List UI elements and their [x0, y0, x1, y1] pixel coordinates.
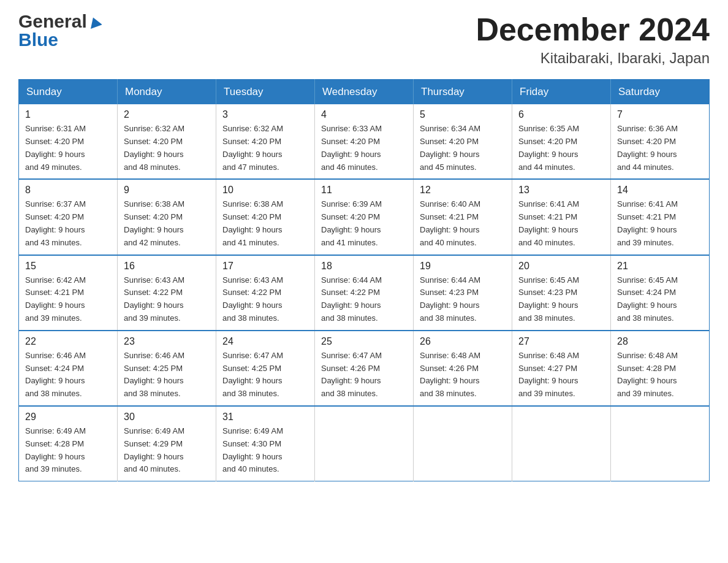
calendar-cell: 22Sunrise: 6:46 AMSunset: 4:24 PMDayligh…: [19, 331, 118, 406]
calendar-header-row: SundayMondayTuesdayWednesdayThursdayFrid…: [19, 80, 710, 105]
calendar-cell: 19Sunrise: 6:44 AMSunset: 4:23 PMDayligh…: [414, 255, 512, 331]
calendar-cell: 13Sunrise: 6:41 AMSunset: 4:21 PMDayligh…: [512, 179, 611, 255]
calendar-cell: 6Sunrise: 6:35 AMSunset: 4:20 PMDaylight…: [512, 104, 611, 179]
calendar-cell: 25Sunrise: 6:47 AMSunset: 4:26 PMDayligh…: [315, 331, 414, 406]
day-number: 1: [25, 109, 111, 120]
col-header-tuesday: Tuesday: [216, 80, 315, 105]
calendar-cell: 2Sunrise: 6:32 AMSunset: 4:20 PMDaylight…: [118, 104, 216, 179]
day-number: 17: [222, 261, 308, 272]
calendar-cell: [414, 406, 512, 481]
day-info: Sunrise: 6:40 AMSunset: 4:21 PMDaylight:…: [420, 198, 506, 249]
day-info: Sunrise: 6:47 AMSunset: 4:25 PMDaylight:…: [222, 350, 308, 400]
day-number: 6: [518, 109, 604, 120]
col-header-sunday: Sunday: [19, 80, 118, 105]
day-info: Sunrise: 6:44 AMSunset: 4:23 PMDaylight:…: [420, 274, 506, 325]
day-info: Sunrise: 6:45 AMSunset: 4:23 PMDaylight:…: [518, 274, 604, 325]
day-info: Sunrise: 6:48 AMSunset: 4:27 PMDaylight:…: [518, 350, 604, 400]
day-number: 26: [420, 336, 506, 347]
day-info: Sunrise: 6:35 AMSunset: 4:20 PMDaylight:…: [518, 123, 604, 174]
page-title: December 2024: [476, 12, 710, 47]
page-header: General Blue December 2024 Kitaibaraki, …: [18, 12, 710, 67]
calendar-cell: 5Sunrise: 6:34 AMSunset: 4:20 PMDaylight…: [414, 104, 512, 179]
day-number: 27: [518, 336, 604, 347]
day-info: Sunrise: 6:46 AMSunset: 4:25 PMDaylight:…: [124, 350, 210, 400]
day-info: Sunrise: 6:32 AMSunset: 4:20 PMDaylight:…: [222, 123, 308, 174]
day-info: Sunrise: 6:41 AMSunset: 4:21 PMDaylight:…: [518, 198, 604, 249]
day-number: 7: [617, 109, 703, 120]
day-info: Sunrise: 6:38 AMSunset: 4:20 PMDaylight:…: [222, 198, 308, 249]
calendar-week-row: 29Sunrise: 6:49 AMSunset: 4:28 PMDayligh…: [19, 406, 710, 481]
calendar-cell: 9Sunrise: 6:38 AMSunset: 4:20 PMDaylight…: [118, 179, 216, 255]
calendar-cell: 8Sunrise: 6:37 AMSunset: 4:20 PMDaylight…: [19, 179, 118, 255]
calendar-cell: 24Sunrise: 6:47 AMSunset: 4:25 PMDayligh…: [216, 331, 315, 406]
calendar-cell: 31Sunrise: 6:49 AMSunset: 4:30 PMDayligh…: [216, 406, 315, 481]
col-header-friday: Friday: [512, 80, 611, 105]
day-number: 21: [617, 261, 703, 272]
day-info: Sunrise: 6:45 AMSunset: 4:24 PMDaylight:…: [617, 274, 703, 325]
day-number: 12: [420, 185, 506, 196]
day-number: 14: [617, 185, 703, 196]
title-block: December 2024 Kitaibaraki, Ibaraki, Japa…: [476, 12, 710, 67]
calendar-week-row: 8Sunrise: 6:37 AMSunset: 4:20 PMDaylight…: [19, 179, 710, 255]
calendar-cell: 7Sunrise: 6:36 AMSunset: 4:20 PMDaylight…: [611, 104, 710, 179]
calendar-cell: 3Sunrise: 6:32 AMSunset: 4:20 PMDaylight…: [216, 104, 315, 179]
day-number: 2: [124, 109, 210, 120]
day-number: 15: [25, 261, 111, 272]
calendar-cell: 18Sunrise: 6:44 AMSunset: 4:22 PMDayligh…: [315, 255, 414, 331]
day-number: 8: [25, 185, 111, 196]
page-subtitle: Kitaibaraki, Ibaraki, Japan: [476, 50, 710, 67]
col-header-saturday: Saturday: [611, 80, 710, 105]
day-info: Sunrise: 6:49 AMSunset: 4:28 PMDaylight:…: [25, 425, 111, 476]
day-info: Sunrise: 6:48 AMSunset: 4:28 PMDaylight:…: [617, 350, 703, 400]
day-number: 31: [222, 412, 308, 423]
day-info: Sunrise: 6:33 AMSunset: 4:20 PMDaylight:…: [321, 123, 407, 174]
day-number: 13: [518, 185, 604, 196]
day-info: Sunrise: 6:38 AMSunset: 4:20 PMDaylight:…: [124, 198, 210, 249]
logo: General Blue: [18, 12, 102, 49]
day-number: 18: [321, 261, 407, 272]
calendar-week-row: 22Sunrise: 6:46 AMSunset: 4:24 PMDayligh…: [19, 331, 710, 406]
day-number: 22: [25, 336, 111, 347]
calendar-cell: 29Sunrise: 6:49 AMSunset: 4:28 PMDayligh…: [19, 406, 118, 481]
calendar-cell: 27Sunrise: 6:48 AMSunset: 4:27 PMDayligh…: [512, 331, 611, 406]
calendar-cell: 11Sunrise: 6:39 AMSunset: 4:20 PMDayligh…: [315, 179, 414, 255]
day-info: Sunrise: 6:41 AMSunset: 4:21 PMDaylight:…: [617, 198, 703, 249]
calendar-table: SundayMondayTuesdayWednesdayThursdayFrid…: [18, 79, 710, 481]
calendar-cell: 17Sunrise: 6:43 AMSunset: 4:22 PMDayligh…: [216, 255, 315, 331]
day-info: Sunrise: 6:48 AMSunset: 4:26 PMDaylight:…: [420, 350, 506, 400]
day-info: Sunrise: 6:32 AMSunset: 4:20 PMDaylight:…: [124, 123, 210, 174]
day-number: 11: [321, 185, 407, 196]
calendar-cell: 30Sunrise: 6:49 AMSunset: 4:29 PMDayligh…: [118, 406, 216, 481]
day-info: Sunrise: 6:42 AMSunset: 4:21 PMDaylight:…: [25, 274, 111, 325]
calendar-cell: 4Sunrise: 6:33 AMSunset: 4:20 PMDaylight…: [315, 104, 414, 179]
day-info: Sunrise: 6:46 AMSunset: 4:24 PMDaylight:…: [25, 350, 111, 400]
col-header-thursday: Thursday: [414, 80, 512, 105]
day-number: 4: [321, 109, 407, 120]
calendar-cell: 14Sunrise: 6:41 AMSunset: 4:21 PMDayligh…: [611, 179, 710, 255]
day-info: Sunrise: 6:43 AMSunset: 4:22 PMDaylight:…: [124, 274, 210, 325]
day-info: Sunrise: 6:49 AMSunset: 4:29 PMDaylight:…: [124, 425, 210, 476]
calendar-cell: 21Sunrise: 6:45 AMSunset: 4:24 PMDayligh…: [611, 255, 710, 331]
day-number: 19: [420, 261, 506, 272]
day-number: 23: [124, 336, 210, 347]
day-info: Sunrise: 6:34 AMSunset: 4:20 PMDaylight:…: [420, 123, 506, 174]
col-header-wednesday: Wednesday: [315, 80, 414, 105]
calendar-cell: 10Sunrise: 6:38 AMSunset: 4:20 PMDayligh…: [216, 179, 315, 255]
calendar-cell: 23Sunrise: 6:46 AMSunset: 4:25 PMDayligh…: [118, 331, 216, 406]
calendar-week-row: 15Sunrise: 6:42 AMSunset: 4:21 PMDayligh…: [19, 255, 710, 331]
day-info: Sunrise: 6:47 AMSunset: 4:26 PMDaylight:…: [321, 350, 407, 400]
day-number: 16: [124, 261, 210, 272]
calendar-cell: 26Sunrise: 6:48 AMSunset: 4:26 PMDayligh…: [414, 331, 512, 406]
logo-blue-text: Blue: [18, 31, 102, 49]
day-number: 29: [25, 412, 111, 423]
day-info: Sunrise: 6:49 AMSunset: 4:30 PMDaylight:…: [222, 425, 308, 476]
logo-general-text: General: [18, 12, 102, 31]
day-info: Sunrise: 6:36 AMSunset: 4:20 PMDaylight:…: [617, 123, 703, 174]
day-number: 28: [617, 336, 703, 347]
day-info: Sunrise: 6:44 AMSunset: 4:22 PMDaylight:…: [321, 274, 407, 325]
day-number: 24: [222, 336, 308, 347]
calendar-cell: 16Sunrise: 6:43 AMSunset: 4:22 PMDayligh…: [118, 255, 216, 331]
calendar-cell: 1Sunrise: 6:31 AMSunset: 4:20 PMDaylight…: [19, 104, 118, 179]
calendar-cell: [512, 406, 611, 481]
day-number: 10: [222, 185, 308, 196]
